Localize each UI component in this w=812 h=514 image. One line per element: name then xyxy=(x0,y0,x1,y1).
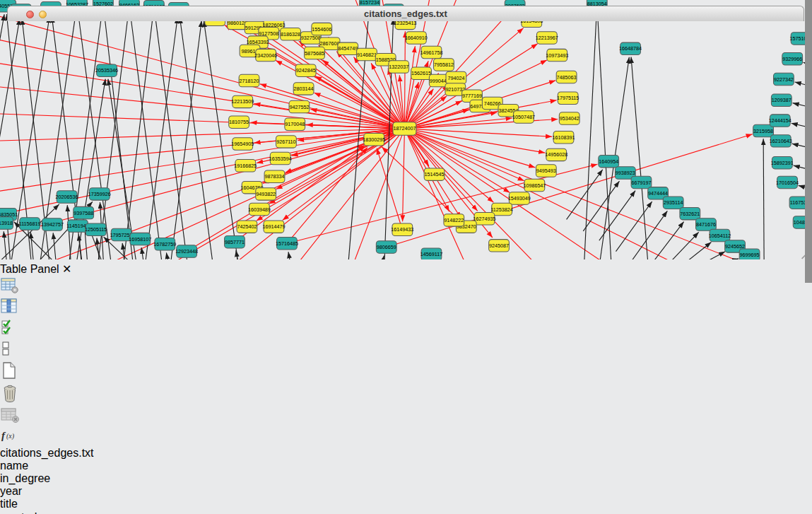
column-header-name[interactable]: name xyxy=(0,460,65,472)
network-node-label: 15892391 xyxy=(771,160,794,166)
network-canvas[interactable]: 2405572911546020691406106532871527602946… xyxy=(0,0,812,259)
network-node-label: 16274935 xyxy=(473,216,495,222)
network-node-label: 1209387 xyxy=(772,97,792,103)
delete-list-icon[interactable] xyxy=(0,383,812,406)
network-node-label: 16353594 xyxy=(269,156,292,162)
network-node-label: 9427552 xyxy=(289,104,309,110)
network-node-label: 9267110 xyxy=(276,139,295,145)
network-node-label: 6679197 xyxy=(631,180,651,186)
network-node-label: 9245087 xyxy=(489,243,509,249)
network-node-label: 9148222 xyxy=(444,217,464,223)
network-node-label: 9938923 xyxy=(616,170,635,176)
network-node-label: 3215958 xyxy=(753,128,773,134)
network-node-label: 17359926 xyxy=(88,191,111,197)
network-node-label: 9327508 xyxy=(301,35,321,41)
network-node-label: 9878334 xyxy=(264,173,284,180)
network-window-titlebar[interactable]: citations_edges.txt xyxy=(7,6,804,21)
network-node-label: 16210643 xyxy=(770,138,792,144)
network-node-label: 10507487 xyxy=(512,114,535,120)
network-node-label: 9474444 xyxy=(648,190,668,197)
network-node-label: 2718120 xyxy=(240,78,259,84)
network-node-label: 9777169 xyxy=(462,93,482,99)
network-node-label: 16149433 xyxy=(391,226,413,233)
network-node-label: 16958107 xyxy=(129,236,151,243)
network-node-label: 14569117 xyxy=(420,251,442,257)
dropdown-value: citations_edges.txt xyxy=(0,447,94,459)
network-node-label: 17975115 xyxy=(557,95,579,101)
network-node-label: 7425402 xyxy=(237,223,257,230)
new-table-icon[interactable] xyxy=(0,361,812,383)
network-node-label: 12213509 xyxy=(231,98,254,105)
network-node-label: 15493049 xyxy=(508,195,531,201)
network-node-label: 9170048 xyxy=(285,121,305,127)
network-node-label: 15716485 xyxy=(276,240,298,247)
window-title: citations_edges.txt xyxy=(8,8,804,19)
network-node-label: 3913918 xyxy=(0,220,13,226)
network-node-label: 9242845 xyxy=(296,67,316,74)
network-node-label: 10654112 xyxy=(709,233,731,239)
table-toolbar: f(x) xyxy=(0,276,812,447)
delete-table-icon[interactable] xyxy=(0,406,812,427)
clear-selection-icon[interactable] xyxy=(0,339,812,361)
network-node-label: 9493822 xyxy=(256,191,276,197)
table-panel-header: Table Panel ✕ xyxy=(0,262,812,276)
network-node-label: 9146821 xyxy=(357,52,377,58)
network-node-label: 1562615 xyxy=(411,70,431,76)
network-node-label: 13942757 xyxy=(41,221,64,228)
network-window-frame: 2405572911546020691406106532871527602946… xyxy=(0,0,812,262)
show-columns-icon[interactable] xyxy=(0,297,812,318)
function-builder-icon[interactable]: f(x) xyxy=(0,427,812,447)
network-node-label: 16914479 xyxy=(262,223,285,230)
table-panel-title: Table Panel xyxy=(0,263,59,275)
network-node-label: 1640954 xyxy=(599,158,618,165)
select-all-icon[interactable] xyxy=(0,318,812,339)
network-node-label: 12923448 xyxy=(175,248,198,255)
network-node-label: 1554606 xyxy=(312,26,331,33)
network-node-label: 9857771 xyxy=(225,239,245,245)
network-node-label: 1322037 xyxy=(389,64,408,70)
network-node-label: 19166825 xyxy=(234,163,257,169)
network-node-label: 9495493 xyxy=(536,168,556,174)
network-node-label: 16108391 xyxy=(553,134,575,141)
table-select-dropdown[interactable]: citations_edges.txt xyxy=(0,447,812,460)
close-panel-icon[interactable]: ✕ xyxy=(62,263,71,275)
network-node-label: 2803144 xyxy=(294,86,314,92)
network-node-label: 9329966 xyxy=(782,56,802,62)
column-header-in-degree[interactable]: in_degree xyxy=(0,472,67,485)
network-node-label: 7632621 xyxy=(680,211,700,217)
network-node-label: 8157234 xyxy=(360,0,379,6)
network-node-label: 18724007 xyxy=(393,125,416,132)
network-node-label: 9227342 xyxy=(774,76,794,83)
network-node-label: 2867608 xyxy=(320,40,340,47)
network-node-label: 5875685 xyxy=(305,50,324,57)
network-node-label: 8454749 xyxy=(338,45,358,52)
network-node-label: 9806659 xyxy=(377,244,396,250)
table-panel: Table Panel ✕ f(x) citations_edges.txt n… xyxy=(0,262,812,514)
network-node-label: 20206536 xyxy=(56,194,78,200)
table-settings-icon[interactable] xyxy=(0,276,812,297)
network-node-label: 14956028 xyxy=(545,151,567,158)
network-node-label: 9699695 xyxy=(740,252,760,258)
column-header-out-de[interactable]: △out_de... xyxy=(0,510,53,514)
network-node-label: 14961758 xyxy=(420,49,442,56)
network-node-label: 16648784 xyxy=(619,45,642,52)
network-node-label: 16039489 xyxy=(248,206,271,213)
column-header-title[interactable]: title xyxy=(0,498,353,510)
svg-text:f: f xyxy=(1,430,6,441)
network-node-label: 1810755 xyxy=(229,119,249,125)
column-header-year[interactable]: year xyxy=(0,485,48,498)
network-node-label: 11156819 xyxy=(19,221,41,227)
network-node-label: 8186328 xyxy=(281,31,300,37)
network-node-label: 7485063 xyxy=(557,74,577,81)
network-node-label: 10973493 xyxy=(546,52,568,59)
network-node-label: 17016504 xyxy=(776,180,799,186)
desktop-background xyxy=(805,0,812,283)
network-node-label: 16640910 xyxy=(405,35,428,41)
network-node-label: 9397588 xyxy=(73,210,93,216)
network-node-label: 8471676 xyxy=(696,221,716,228)
network-node-label: 1514545 xyxy=(425,171,445,177)
network-node-label: 20535346 xyxy=(95,67,118,74)
network-node-label: 18300295 xyxy=(363,136,385,143)
node-table: namein_degreeyeartitle△out_de...shortpag… xyxy=(0,460,812,514)
network-node-label: 23420046 xyxy=(254,52,277,59)
